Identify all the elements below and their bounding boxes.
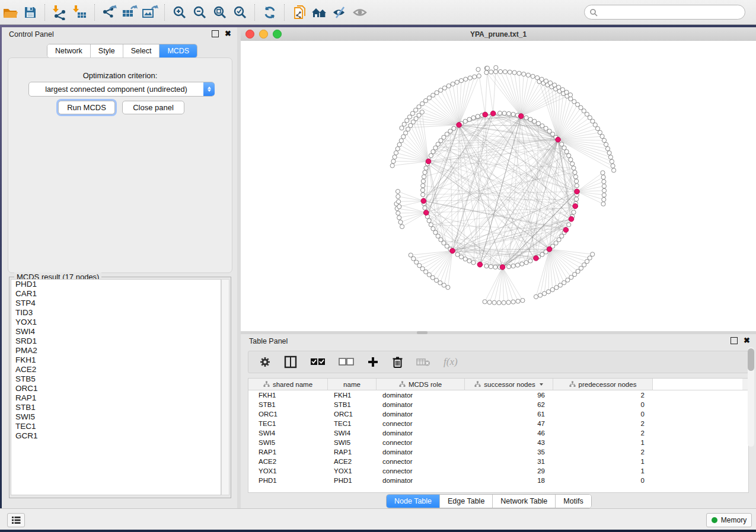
mcds-result-item[interactable]: YOX1 [11,318,221,327]
table-row[interactable]: SWI4SWI4dominator462 [248,428,748,438]
tab-network-table[interactable]: Network Table [493,495,556,508]
mcds-result-item[interactable]: PHD1 [11,280,221,289]
search-field[interactable] [584,5,745,20]
column-header-spacer [653,379,742,390]
mcds-result-item[interactable]: TEC1 [11,422,221,431]
task-history-button[interactable] [7,513,25,527]
select-all-icon[interactable] [310,358,326,366]
table-row[interactable]: FKH1FKH1dominator962 [248,390,748,400]
tab-select[interactable]: Select [123,44,160,57]
node-table[interactable]: shared namenameMCDS rolesuccessor nodesp… [248,378,749,493]
mcds-result-item[interactable]: FKH1 [11,355,221,365]
mcds-result-item[interactable]: ACE2 [11,365,221,374]
tab-mcds[interactable]: MCDS [160,44,197,57]
run-mcds-button[interactable]: Run MCDS [58,101,115,114]
export-table-button[interactable] [120,3,140,22]
table-tabs: Node TableEdge TableNetwork TableMotifs [386,494,592,508]
table-row[interactable]: ACE2ACE2connector311 [248,457,748,466]
delete-column-icon[interactable] [392,356,403,368]
column-selector-icon[interactable] [284,355,297,368]
tab-style[interactable]: Style [91,44,123,57]
mcds-result-item[interactable]: PMA2 [11,346,221,355]
tab-edge-table[interactable]: Edge Table [440,495,493,508]
mcds-result-item[interactable]: CAR1 [11,289,221,299]
table-row[interactable]: SWI5SWI5connector431 [248,438,748,447]
import-table-button[interactable] [70,3,90,22]
deselect-all-icon[interactable] [339,358,354,366]
mcds-result-item[interactable]: STP4 [11,299,221,308]
tab-network[interactable]: Network [47,44,91,57]
import-network-button[interactable] [50,3,70,22]
zoom-selected-button[interactable] [230,3,250,22]
mcds-result-item[interactable]: STB1 [11,403,221,412]
mcds-result-item[interactable]: SWI5 [11,412,221,422]
cell-spacer [653,466,742,476]
open-file-button[interactable] [0,3,20,22]
memory-button[interactable]: Memory [706,513,752,527]
column-network-icon [399,381,406,387]
column-header-shared-name[interactable]: shared name [248,379,328,390]
table-row[interactable]: TEC1TEC1connector472 [248,419,748,428]
show-all-button[interactable] [350,3,370,22]
mcds-result-item[interactable]: SWI4 [11,327,221,336]
tab-node-table[interactable]: Node Table [387,495,440,508]
mcds-list-scrollbar[interactable] [221,279,229,495]
network-window-titlebar[interactable]: YPA_prune.txt_1 [241,27,756,41]
memory-label: Memory [721,516,747,524]
cell-predecessor-nodes: 1 [553,466,653,476]
column-header-successor-nodes[interactable]: successor nodes [465,379,553,390]
mcds-result-item[interactable]: TID3 [11,308,221,318]
cell-name: RAP1 [328,447,377,457]
column-header-predecessor-nodes[interactable]: predecessor nodes [553,379,653,390]
zoom-fit-button[interactable] [210,3,230,22]
cell-successor-nodes: 62 [465,400,553,409]
column-header-name[interactable]: name [328,379,377,390]
close-panel-icon[interactable]: ✖ [225,31,231,37]
refresh-button[interactable] [260,3,280,22]
table-settings-icon[interactable] [259,356,271,368]
mcds-result-item[interactable]: STB5 [11,374,221,384]
optimization-criterion-select[interactable]: largest connected component (undirected) [28,82,215,97]
cell-successor-nodes: 18 [465,476,553,485]
mcds-result-item[interactable]: RAP1 [11,393,221,403]
zoom-out-button[interactable] [190,3,210,22]
float-panel-icon[interactable] [212,30,219,37]
mcds-result-item[interactable]: SRD1 [11,336,221,346]
function-builder-icon: f(x) [444,356,458,368]
mcds-result-item[interactable]: GCR1 [11,431,221,441]
export-network-button[interactable] [100,3,120,22]
table-row[interactable]: ORC1ORC1dominator610 [248,409,748,419]
network-graph[interactable] [241,41,756,331]
network-window: YPA_prune.txt_1 [241,27,756,331]
table-row[interactable]: PHD1PHD1dominator180 [248,476,748,485]
cell-spacer [653,419,742,428]
table-scrollbar-thumb[interactable] [748,348,754,371]
float-panel-icon[interactable] [731,337,738,344]
column-header-MCDS-role[interactable]: MCDS role [377,379,465,390]
search-input[interactable] [598,8,736,17]
zoom-in-button[interactable] [170,3,190,22]
table-row[interactable]: YOX1YOX1connector291 [248,466,748,476]
cell-name: STB1 [328,400,377,409]
control-panel-title: Control Panel [9,30,54,39]
close-panel-icon[interactable]: ✖ [744,338,750,344]
copy-share-button[interactable] [289,3,310,22]
table-panel-title: Table Panel [249,337,288,345]
save-session-button[interactable] [20,3,40,22]
mcds-result-list[interactable]: PHD1CAR1STP4TID3YOX1SWI4SRD1PMA2FKH1ACE2… [11,279,221,495]
cell-name: SWI5 [328,438,377,447]
cell-predecessor-nodes: 0 [553,400,653,409]
table-row[interactable]: RAP1RAP1dominator352 [248,447,748,457]
mcds-result-item[interactable]: ORC1 [11,384,221,393]
mcds-result-group: MCDS result (17 nodes) PHD1CAR1STP4TID3Y… [9,277,231,498]
list-icon [11,516,21,524]
cell-spacer [653,447,742,457]
search-icon [589,8,598,17]
add-column-icon[interactable] [367,356,379,368]
hide-selected-button[interactable] [330,3,350,22]
home-layout-button[interactable] [310,3,330,22]
export-image-button[interactable] [140,3,160,22]
table-row[interactable]: STB1STB1dominator620 [248,400,748,409]
tab-motifs[interactable]: Motifs [556,495,591,508]
close-panel-button[interactable]: Close panel [122,101,184,114]
